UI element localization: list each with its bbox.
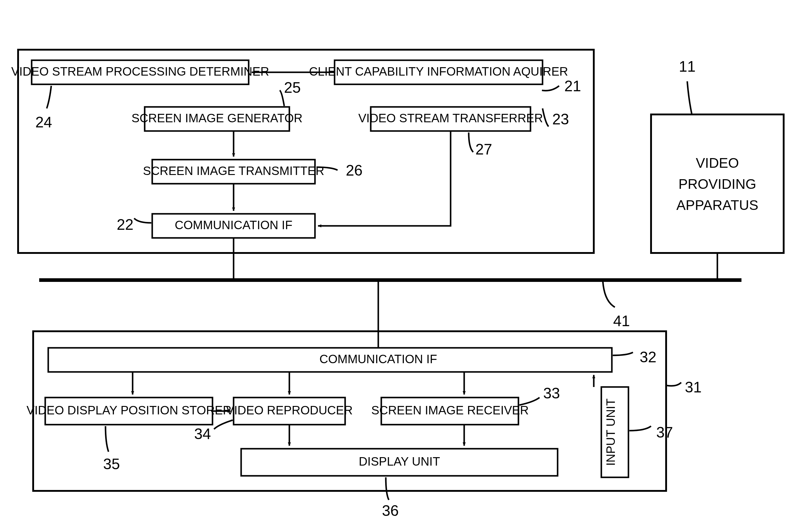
screen-image-generator-label: SCREEN IMAGE GENERATOR xyxy=(131,111,303,125)
callout-27 xyxy=(469,133,473,152)
client-capability-info-acquirer-label: CLIENT CAPABILITY INFORMATION AQUIRER xyxy=(309,65,568,78)
callout-31 xyxy=(667,383,681,386)
client-communication-if-label: COMMUNICATION IF xyxy=(320,353,437,366)
ref-35: 35 xyxy=(103,456,120,473)
callout-34 xyxy=(214,420,233,429)
callout-25 xyxy=(280,90,284,106)
ref-22: 22 xyxy=(116,216,133,233)
video-stream-processing-determiner-label: VIDEO STREAM PROCESSING DETERMINER xyxy=(11,65,269,78)
vpa-label-1: VIDEO xyxy=(696,155,739,171)
ref-41: 41 xyxy=(613,313,630,330)
callout-22 xyxy=(134,218,151,223)
ref-23: 23 xyxy=(552,111,569,128)
input-unit-label: INPUT UNIT xyxy=(604,399,617,466)
video-reproducer-label: VIDEO REPRODUCER xyxy=(226,404,352,417)
arrow-27-to-22 xyxy=(318,131,451,226)
ref-31: 31 xyxy=(685,379,702,396)
ref-34: 34 xyxy=(194,426,211,443)
callout-11 xyxy=(687,81,692,114)
ref-25: 25 xyxy=(284,79,301,96)
callout-33 xyxy=(519,398,539,405)
screen-image-transmitter-label: SCREEN IMAGE TRANSMITTER xyxy=(143,164,324,177)
display-unit-label: DISPLAY UNIT xyxy=(359,455,440,468)
callout-41 xyxy=(603,281,615,307)
ref-32: 32 xyxy=(640,349,657,366)
ref-36: 36 xyxy=(382,502,399,519)
callout-21 xyxy=(542,86,559,91)
ref-27: 27 xyxy=(475,141,492,158)
vpa-label-3: APPARATUS xyxy=(676,197,758,213)
server-communication-if-label: COMMUNICATION IF xyxy=(175,218,292,232)
ref-37: 37 xyxy=(656,424,673,441)
screen-image-receiver-label: SCREEN IMAGE RECEIVER xyxy=(371,404,529,417)
ref-24: 24 xyxy=(35,114,52,131)
callout-36 xyxy=(386,477,389,500)
ref-11: 11 xyxy=(679,58,696,75)
callout-24 xyxy=(47,86,51,108)
ref-33: 33 xyxy=(543,385,560,402)
ref-21: 21 xyxy=(564,78,581,95)
callout-37 xyxy=(629,426,651,431)
callout-32 xyxy=(613,353,633,355)
callout-23 xyxy=(542,108,549,127)
video-display-position-storer-label: VIDEO DISPLAY POSITION STORER xyxy=(26,404,232,417)
server-block xyxy=(18,50,594,253)
diagram-canvas: 41 VIDEO PROVIDING APPARATUS 11 21 CLIEN… xyxy=(0,0,812,521)
vpa-label-2: PROVIDING xyxy=(679,176,756,192)
ref-26: 26 xyxy=(346,162,363,179)
callout-35 xyxy=(106,426,108,452)
video-stream-transferrer-label: VIDEO STREAM TRANSFERRER xyxy=(358,111,543,125)
